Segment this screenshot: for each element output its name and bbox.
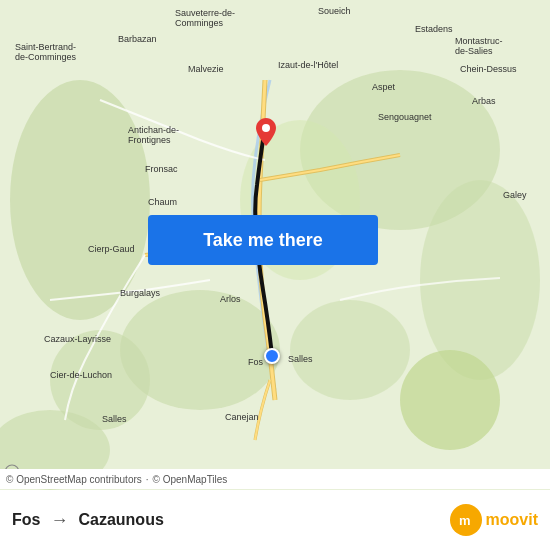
svg-text:Malvezie: Malvezie bbox=[188, 64, 224, 74]
svg-point-8 bbox=[400, 350, 500, 450]
svg-text:Saint-Bertrand-: Saint-Bertrand- bbox=[15, 42, 76, 52]
copyright-omt: © OpenMapTiles bbox=[153, 474, 228, 485]
svg-text:Galey: Galey bbox=[503, 190, 527, 200]
svg-text:Chaum: Chaum bbox=[148, 197, 177, 207]
svg-text:m: m bbox=[459, 513, 471, 528]
svg-text:Burgalays: Burgalays bbox=[120, 288, 161, 298]
moovit-logo: m moovit bbox=[450, 504, 538, 536]
svg-text:Canejan: Canejan bbox=[225, 412, 259, 422]
svg-text:Soueich: Soueich bbox=[318, 6, 351, 16]
svg-text:Sengouagnet: Sengouagnet bbox=[378, 112, 432, 122]
bottom-bar: Fos → Cazaunous m moovit bbox=[0, 490, 550, 550]
svg-text:Fos: Fos bbox=[248, 357, 264, 367]
to-location: Cazaunous bbox=[78, 511, 163, 529]
map-container: Saint-Bertrand- de-Comminges Barbazan Sa… bbox=[0, 0, 550, 490]
svg-text:Barbazan: Barbazan bbox=[118, 34, 157, 44]
svg-text:Arbas: Arbas bbox=[472, 96, 496, 106]
svg-text:Montastruc-: Montastruc- bbox=[455, 36, 503, 46]
from-location: Fos bbox=[12, 511, 40, 529]
moovit-brand-text: moovit bbox=[486, 511, 538, 529]
svg-text:Aspet: Aspet bbox=[372, 82, 396, 92]
svg-text:Estadens: Estadens bbox=[415, 24, 453, 34]
copyright-osm: © OpenStreetMap contributors bbox=[6, 474, 142, 485]
svg-text:Frontignes: Frontignes bbox=[128, 135, 171, 145]
svg-text:de-Comminges: de-Comminges bbox=[15, 52, 77, 62]
svg-text:Sauveterre-de-: Sauveterre-de- bbox=[175, 8, 235, 18]
svg-text:Izaut-de-l'Hôtel: Izaut-de-l'Hôtel bbox=[278, 60, 338, 70]
origin-pin bbox=[264, 348, 280, 364]
svg-point-42 bbox=[262, 124, 270, 132]
moovit-icon: m bbox=[450, 504, 482, 536]
svg-text:de-Salies: de-Salies bbox=[455, 46, 493, 56]
svg-text:Salles: Salles bbox=[288, 354, 313, 364]
svg-text:Cierp-Gaud: Cierp-Gaud bbox=[88, 244, 135, 254]
map-attribution: © OpenStreetMap contributors · © OpenMap… bbox=[0, 469, 550, 489]
svg-text:Fronsac: Fronsac bbox=[145, 164, 178, 174]
destination-pin bbox=[256, 118, 276, 146]
svg-text:Cazaux-Layrisse: Cazaux-Layrisse bbox=[44, 334, 111, 344]
svg-text:Comminges: Comminges bbox=[175, 18, 224, 28]
svg-point-5 bbox=[290, 300, 410, 400]
take-me-there-button[interactable]: Take me there bbox=[148, 215, 378, 265]
svg-text:Arlos: Arlos bbox=[220, 294, 241, 304]
svg-text:Chein-Dessus: Chein-Dessus bbox=[460, 64, 517, 74]
svg-point-1 bbox=[10, 80, 150, 320]
svg-text:Salles: Salles bbox=[102, 414, 127, 424]
route-arrow-icon: → bbox=[50, 510, 68, 531]
svg-text:Cier-de-Luchon: Cier-de-Luchon bbox=[50, 370, 112, 380]
svg-text:Antichan-de-: Antichan-de- bbox=[128, 125, 179, 135]
attribution-separator: · bbox=[146, 474, 149, 485]
